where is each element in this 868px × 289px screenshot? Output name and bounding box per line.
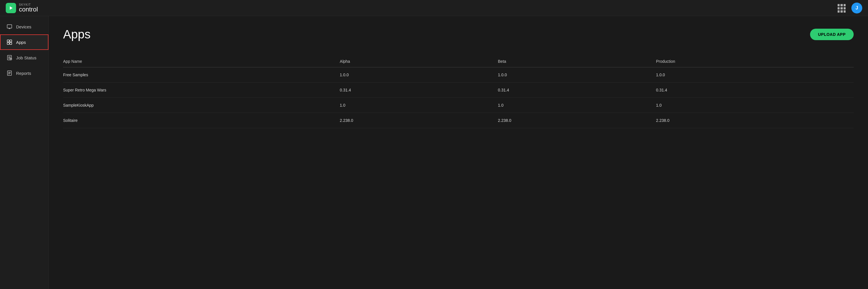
cell-alpha-version: 1.0.0: [340, 67, 498, 83]
table-header-row: App Name Alpha Beta Production: [63, 56, 854, 67]
svg-rect-6: [7, 42, 9, 44]
sidebar-item-apps[interactable]: Apps: [0, 34, 49, 50]
sidebar-label-reports: Reports: [16, 71, 31, 76]
product-name: control: [19, 6, 38, 12]
table-row[interactable]: SampleKioskApp1.01.01.0: [63, 98, 854, 113]
table-row[interactable]: Super Retro Mega Wars0.31.40.31.40.31.4: [63, 83, 854, 98]
cell-beta-version: 2.238.0: [498, 113, 656, 128]
sidebar-item-job-status[interactable]: Job Status: [0, 50, 49, 65]
header-right: J: [838, 3, 862, 13]
top-header: SKYKIT control J: [0, 0, 868, 16]
cell-app-name: SampleKioskApp: [63, 98, 340, 113]
col-header-beta: Beta: [498, 56, 656, 67]
sidebar-label-job-status: Job Status: [16, 55, 36, 60]
sidebar-item-reports[interactable]: Reports: [0, 65, 49, 81]
svg-marker-0: [10, 6, 12, 10]
cell-app-name: Solitaire: [63, 113, 340, 128]
cell-production-version: 0.31.4: [656, 83, 854, 98]
device-icon: [6, 24, 12, 30]
col-header-name: App Name: [63, 56, 340, 67]
svg-line-14: [11, 59, 11, 59]
apps-icon: [6, 39, 12, 45]
cell-production-version: 2.238.0: [656, 113, 854, 128]
apps-table: App Name Alpha Beta Production Free Samp…: [63, 56, 854, 128]
logo-icon[interactable]: [6, 3, 16, 13]
content-area: Apps UPLOAD APP App Name Alpha Beta Prod…: [49, 16, 868, 289]
svg-rect-7: [10, 42, 12, 44]
sidebar-item-devices[interactable]: Devices: [0, 19, 49, 34]
svg-rect-1: [7, 25, 12, 28]
cell-beta-version: 0.31.4: [498, 83, 656, 98]
cell-production-version: 1.0: [656, 98, 854, 113]
svg-rect-4: [7, 40, 9, 42]
col-header-production: Production: [656, 56, 854, 67]
cell-beta-version: 1.0: [498, 98, 656, 113]
sidebar: Devices Apps: [0, 16, 49, 289]
col-header-alpha: Alpha: [340, 56, 498, 67]
logo-area: SKYKIT control: [6, 3, 38, 13]
cell-app-name: Free Samples: [63, 67, 340, 83]
grid-menu-icon[interactable]: [838, 4, 846, 12]
table-row[interactable]: Solitaire2.238.02.238.02.238.0: [63, 113, 854, 128]
cell-app-name: Super Retro Mega Wars: [63, 83, 340, 98]
sidebar-label-devices: Devices: [16, 24, 31, 29]
cell-production-version: 1.0.0: [656, 67, 854, 83]
table-row[interactable]: Free Samples1.0.01.0.01.0.0: [63, 67, 854, 83]
page-title: Apps: [63, 28, 91, 41]
logo-text: SKYKIT control: [19, 3, 38, 12]
cell-alpha-version: 1.0: [340, 98, 498, 113]
user-avatar[interactable]: J: [851, 3, 862, 13]
cell-alpha-version: 2.238.0: [340, 113, 498, 128]
sidebar-label-apps: Apps: [16, 40, 26, 45]
reports-icon: [6, 70, 12, 76]
cell-beta-version: 1.0.0: [498, 67, 656, 83]
job-status-icon: [6, 55, 12, 61]
upload-app-button[interactable]: UPLOAD APP: [810, 29, 854, 40]
svg-point-12: [10, 58, 12, 60]
main-layout: Devices Apps: [0, 16, 868, 289]
cell-alpha-version: 0.31.4: [340, 83, 498, 98]
svg-rect-5: [10, 40, 12, 42]
content-header: Apps UPLOAD APP: [63, 28, 854, 41]
